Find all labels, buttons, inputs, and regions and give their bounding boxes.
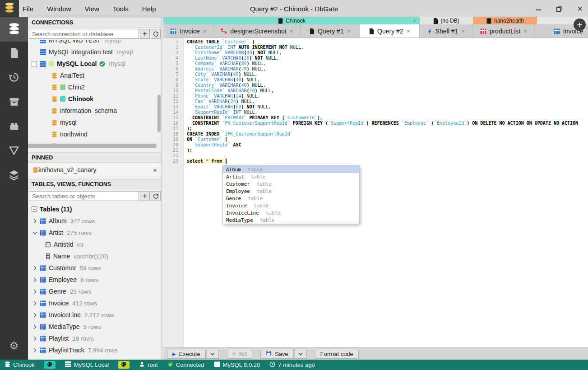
connection-row[interactable] xyxy=(28,140,162,144)
chevron-right-icon[interactable] xyxy=(33,336,37,341)
menu-view[interactable]: View xyxy=(85,5,99,13)
collapse-expander-icon[interactable]: − xyxy=(32,61,37,66)
table-row[interactable]: MediaType5 rows xyxy=(28,321,162,333)
refresh-objects-button[interactable] xyxy=(151,191,161,201)
sql-editor[interactable]: 1234567891011121314151617181920212223 CR… xyxy=(163,38,588,347)
chevron-right-icon[interactable] xyxy=(33,219,37,224)
chevron-right-icon[interactable] xyxy=(33,277,37,282)
connection-row[interactable]: MYSQL WD TESTmysql xyxy=(28,40,162,46)
table-row[interactable]: Employee8 rows xyxy=(28,274,162,286)
rail-item-settings[interactable]: ⚙ xyxy=(0,333,28,358)
tab-invoice[interactable]: Invoice× xyxy=(163,24,214,38)
kill-button[interactable]: ×Kill xyxy=(227,349,253,359)
autocomplete-item[interactable]: Albumtable xyxy=(223,166,359,173)
close-tab-button[interactable]: × xyxy=(347,28,351,35)
connection-row[interactable]: Chin2 xyxy=(28,81,162,93)
close-tab-button[interactable]: × xyxy=(523,28,527,35)
connection-row[interactable]: northwind xyxy=(28,128,162,140)
chevron-right-icon[interactable] xyxy=(33,289,37,294)
tab-designerscreenshot[interactable]: designerScreenshot× xyxy=(214,24,301,38)
minimize-button[interactable] xyxy=(535,5,542,12)
menu-window[interactable]: Window xyxy=(47,5,71,13)
chevron-down-icon[interactable] xyxy=(33,230,37,235)
rail-item-history[interactable] xyxy=(0,66,28,90)
format-code-button[interactable]: Format code xyxy=(315,349,359,359)
table-row[interactable]: Invoice412 rows xyxy=(28,297,162,309)
tab-query--1[interactable]: Query #1× xyxy=(301,24,360,38)
close-button[interactable]: × xyxy=(576,5,583,12)
tab-query--2[interactable]: Query #2× xyxy=(360,24,420,38)
connection-row[interactable]: −MySQL Localmysql xyxy=(28,58,162,70)
close-tab-button[interactable]: × xyxy=(203,28,207,35)
tab-productlist[interactable]: productList× xyxy=(473,24,535,38)
column-row[interactable]: Namevarchar(120) xyxy=(28,250,162,262)
add-object-button[interactable]: + xyxy=(140,191,150,201)
rail-item-layers[interactable] xyxy=(0,164,28,188)
connection-row[interactable]: mysql xyxy=(28,117,162,128)
refresh-connections-button[interactable] xyxy=(151,29,161,39)
chevron-right-icon[interactable] xyxy=(33,313,37,318)
unpin-button[interactable]: × xyxy=(153,166,157,174)
menu-help[interactable]: Help xyxy=(142,5,156,13)
connection-color-badge[interactable] xyxy=(118,361,130,369)
connections-horizontal-scrollbar[interactable] xyxy=(28,144,158,148)
collapse-expander-icon[interactable]: − xyxy=(32,206,37,212)
table-row[interactable]: Customer59 rows xyxy=(28,262,162,274)
statusbar-database[interactable]: Chinook xyxy=(5,361,35,369)
execute-dropdown-button[interactable] xyxy=(206,349,219,359)
rail-item-archive[interactable] xyxy=(0,90,28,115)
menu-tools[interactable]: Tools xyxy=(113,5,129,13)
rail-item-triangle[interactable] xyxy=(0,139,28,164)
database-color-badge[interactable] xyxy=(44,361,56,369)
new-tab-button[interactable]: + xyxy=(574,19,586,31)
menu-file[interactable]: File xyxy=(23,5,33,13)
close-tab-button[interactable]: × xyxy=(290,28,293,35)
autocomplete-item[interactable]: MediaTypetable xyxy=(223,216,359,224)
connection-row[interactable]: Chinook xyxy=(28,93,162,105)
chevron-right-icon[interactable] xyxy=(33,266,37,271)
connections-search-input[interactable] xyxy=(29,29,139,39)
table-row[interactable]: PlaylistTrack7,994 rows xyxy=(28,344,162,356)
restore-button[interactable] xyxy=(556,5,563,12)
autocomplete-item[interactable]: Customertable xyxy=(223,180,359,187)
add-connection-button[interactable]: + xyxy=(140,29,150,39)
chevron-right-icon[interactable] xyxy=(33,348,37,353)
statusbar-connection[interactable]: MySQL Local xyxy=(65,361,109,369)
save-button[interactable]: Save xyxy=(260,349,294,359)
connection-row[interactable]: AnalTest xyxy=(28,70,162,81)
chevron-right-icon[interactable] xyxy=(33,324,37,329)
save-dropdown-button[interactable] xyxy=(294,349,307,359)
code-line: CREATE TABLE `Customer` ( xyxy=(187,39,588,45)
column-row[interactable]: 1ArtistIdint xyxy=(28,239,162,250)
autocomplete-item[interactable]: InvoiceLinetable xyxy=(223,209,359,216)
table-row[interactable]: Artist275 rows xyxy=(28,227,162,239)
autocomplete-item[interactable]: Genretable xyxy=(223,195,359,202)
close-tab-button[interactable]: × xyxy=(407,28,410,35)
close-tab-button[interactable]: × xyxy=(461,28,465,35)
autocomplete-item[interactable]: Invoicetable xyxy=(223,202,359,209)
tables-root-row[interactable]: −Tables (11) xyxy=(28,203,162,215)
table-row[interactable]: Album347 rows xyxy=(28,215,162,227)
object-label: Genre xyxy=(49,288,66,295)
rail-item-file[interactable] xyxy=(0,42,28,66)
rail-item-plugin[interactable] xyxy=(0,115,28,139)
autocomplete-item[interactable]: Artisttable xyxy=(223,173,359,180)
tab-shell--1[interactable]: Shell #1× xyxy=(420,24,473,38)
object-label: Invoice xyxy=(49,300,69,307)
connection-row[interactable]: MySQL integration testmysql xyxy=(28,46,162,58)
execute-button[interactable]: ▶Execute xyxy=(167,349,206,359)
autocomplete-item[interactable]: Employeetable xyxy=(223,187,359,195)
table-row[interactable]: Genre25 rows xyxy=(28,286,162,297)
tables-search-input[interactable] xyxy=(29,191,139,201)
close-group-button[interactable]: × xyxy=(412,17,416,24)
object-detail: varchar(120) xyxy=(74,253,108,260)
table-row[interactable]: Playlist18 rows xyxy=(28,333,162,344)
connections-vertical-scrollbar[interactable] xyxy=(157,95,161,132)
connection-row[interactable]: information_schema xyxy=(28,105,162,117)
dbgate-logo-icon xyxy=(4,2,15,15)
statusbar-user[interactable]: root xyxy=(139,361,157,369)
table-row[interactable]: InvoiceLine2,212 rows xyxy=(28,309,162,321)
pinned-item[interactable]: knihovna_v2_canary × xyxy=(28,163,162,177)
chevron-right-icon[interactable] xyxy=(33,301,37,306)
rail-item-database[interactable] xyxy=(0,17,28,42)
